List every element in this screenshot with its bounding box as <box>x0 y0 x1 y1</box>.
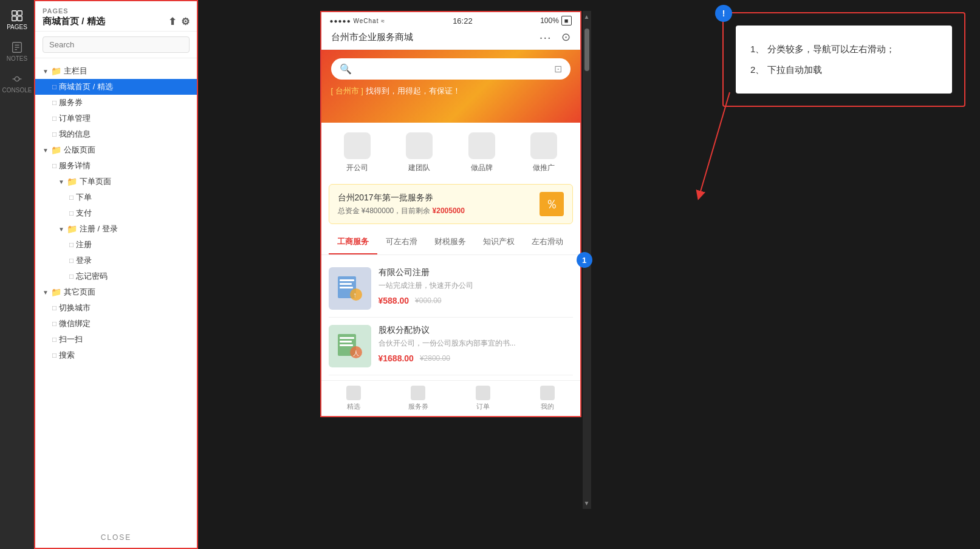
bottom-nav-label: 订单 <box>476 402 490 411</box>
page-icon: □ <box>52 83 57 91</box>
page-icon: □ <box>69 193 74 202</box>
scroll-up-arrow[interactable]: ▲ <box>584 11 590 22</box>
tree-item-payment[interactable]: □ 支付 <box>44 205 197 221</box>
tab-caishui[interactable]: 财税服务 <box>426 230 475 254</box>
tree-group-public[interactable]: ▼ 📁 公版页面 <box>35 142 197 158</box>
svg-rect-12 <box>340 279 354 281</box>
tab-gongshang[interactable]: 工商服务 <box>329 230 377 254</box>
tree-item-order-mgmt[interactable]: □ 订单管理 <box>35 111 197 126</box>
sidebar-notes-icon[interactable]: NOTES <box>2 36 32 66</box>
chevron-down-icon: ▼ <box>43 147 49 154</box>
tree-group-other[interactable]: ▼ 📁 其它页面 <box>35 284 197 300</box>
main-group-label: 主栏目 <box>64 66 87 77</box>
annotation-item-2: 2、 下拉自动加载 <box>750 61 937 79</box>
bottom-nav-label: 服务券 <box>408 402 428 411</box>
notes-icon-label: NOTES <box>7 55 27 62</box>
nav-icon <box>476 386 490 400</box>
page-icon: □ <box>69 256 74 265</box>
search-input[interactable] <box>43 36 190 53</box>
page-icon: □ <box>52 351 57 360</box>
tree-item-label: 搜索 <box>59 350 75 361</box>
page-icon: □ <box>69 240 74 249</box>
tree-item-switch-city[interactable]: □ 切换城市 <box>35 300 197 316</box>
battery-icon: ■ <box>561 16 572 26</box>
console-icon-label: CONSOLE <box>2 87 32 94</box>
folder-icon: 📁 <box>51 287 61 297</box>
product-price-2: ¥1688.00 <box>379 353 414 363</box>
banner-city: [ 台州市 ] <box>331 86 363 95</box>
tree-item-service-detail[interactable]: □ 服务详情 <box>35 158 197 174</box>
scroll-down-arrow[interactable]: ▼ <box>584 497 590 509</box>
svg-point-8 <box>15 77 19 81</box>
folder-icon: 📁 <box>67 224 77 234</box>
tab-scroll[interactable]: 左右滑动 <box>523 230 572 254</box>
icon-box <box>468 132 495 159</box>
product-thumbnail-2: 人 <box>329 325 371 367</box>
barcode-icon[interactable]: ⊡ <box>554 63 562 75</box>
pages-title-text: 商城首页 / 精选 <box>43 16 105 27</box>
chevron-down-icon: ▼ <box>58 179 64 185</box>
grid-icons: 开公司 建团队 做品牌 做推广 <box>321 123 580 178</box>
bottom-nav-order[interactable]: 订单 <box>451 381 516 416</box>
tree-item-mall-home[interactable]: □ 商城首页 / 精选 <box>35 79 197 95</box>
tab-zhishi[interactable]: 知识产权 <box>475 230 523 254</box>
svg-text:人: 人 <box>353 350 359 356</box>
page-icon: □ <box>52 335 57 344</box>
bottom-nav-label: 我的 <box>541 402 554 411</box>
grid-icon-brand[interactable]: 做品牌 <box>468 132 495 173</box>
bottom-nav-coupon[interactable]: 服务券 <box>386 381 451 416</box>
coupon-subtitle: 总资金 ¥4800000，目前剩余 ¥2005000 <box>338 206 540 216</box>
product-info-1: 有限公司注册 一站完成注册，快速开办公司 ¥588.00 ¥000.00 <box>379 267 573 305</box>
sidebar-console-icon[interactable]: CONSOLE <box>2 68 32 97</box>
tree-item-coupon[interactable]: □ 服务券 <box>35 95 197 111</box>
tree-group-order-page[interactable]: ▼ 📁 下单页面 <box>44 174 197 189</box>
coupon-banner[interactable]: 台州2017年第一批服务券 总资金 ¥4800000，目前剩余 ¥2005000… <box>329 184 573 224</box>
tree-item-login[interactable]: □ 登录 <box>44 253 197 268</box>
grid-icon-label: 做品牌 <box>471 163 493 173</box>
tree-group-main[interactable]: ▼ 📁 主栏目 <box>35 63 197 79</box>
svg-rect-13 <box>340 283 352 285</box>
sidebar-pages-icon[interactable]: PAGES <box>2 5 32 34</box>
phone-preview: ●●●●● WeChat ≈ 16:22 100% ■ 台州市企业服务商城 ··… <box>320 11 581 417</box>
tab-slide[interactable]: 可左右滑 <box>377 230 426 254</box>
banner-search-bar[interactable]: 🔍 ⊡ <box>331 58 571 80</box>
svg-rect-20 <box>340 344 353 346</box>
more-icon[interactable]: ··· <box>540 30 552 44</box>
product-list: ↑ 有限公司注册 一站完成注册，快速开办公司 ¥588.00 ¥000.00 <box>321 255 580 380</box>
tree-item-wechat-bind[interactable]: □ 微信绑定 <box>35 316 197 332</box>
product-desc-1: 一站完成注册，快速开办公司 <box>379 281 573 291</box>
pages-title: 商城首页 / 精选 ⬆ ⚙ <box>43 16 190 27</box>
tree-item-label: 支付 <box>76 208 92 219</box>
bottom-nav-mine[interactable]: 我的 <box>515 381 580 416</box>
product-name-2: 股权分配协议 <box>379 325 573 336</box>
grid-icon-promote[interactable]: 做推广 <box>530 132 557 173</box>
close-button[interactable]: CLOSE <box>101 533 132 542</box>
tree-item-place-order[interactable]: □ 下单 <box>44 189 197 205</box>
coupon-text: 台州2017年第一批服务券 总资金 ¥4800000，目前剩余 ¥2005000 <box>338 193 540 216</box>
tree-item-label: 微信绑定 <box>59 318 91 329</box>
pages-title-actions: ⬆ ⚙ <box>168 16 190 27</box>
tree-item-label: 订单管理 <box>59 113 91 124</box>
time-display: 16:22 <box>453 16 473 26</box>
settings-icon[interactable]: ⚙ <box>181 16 190 27</box>
product-prices-1: ¥588.00 ¥000.00 <box>379 296 573 305</box>
record-icon[interactable]: ⊙ <box>561 30 571 44</box>
bottom-nav-selected[interactable]: 精选 <box>321 381 386 416</box>
scroll-thumb[interactable] <box>584 29 589 71</box>
wechat-title: 台州市企业服务商城 <box>331 32 413 43</box>
grid-icon-company[interactable]: 开公司 <box>344 132 371 173</box>
tree-item-my-info[interactable]: □ 我的信息 <box>35 126 197 142</box>
tree-item-register[interactable]: □ 注册 <box>44 237 197 253</box>
product-item-1[interactable]: ↑ 有限公司注册 一站完成注册，快速开办公司 ¥588.00 ¥000.00 <box>329 260 573 318</box>
svg-rect-1 <box>18 10 22 15</box>
category-tabs: 工商服务 可左右滑 财税服务 知识产权 左右滑动 <box>321 230 580 255</box>
tree-item-search[interactable]: □ 搜索 <box>35 347 197 363</box>
grid-icon-team[interactable]: 建团队 <box>406 132 433 173</box>
tree-group-auth[interactable]: ▼ 📁 注册 / 登录 <box>44 221 197 237</box>
product-item-2[interactable]: 人 股权分配协议 合伙开公司，一份公司股东内部事宜的书... ¥1688.00 … <box>329 318 573 375</box>
chevron-down-icon: ▼ <box>43 289 49 296</box>
wechat-header-icons: ··· ⊙ <box>540 30 571 44</box>
tree-item-scan[interactable]: □ 扫一扫 <box>35 332 197 347</box>
export-icon[interactable]: ⬆ <box>168 16 176 27</box>
tree-item-forgot-pwd[interactable]: □ 忘记密码 <box>44 268 197 284</box>
